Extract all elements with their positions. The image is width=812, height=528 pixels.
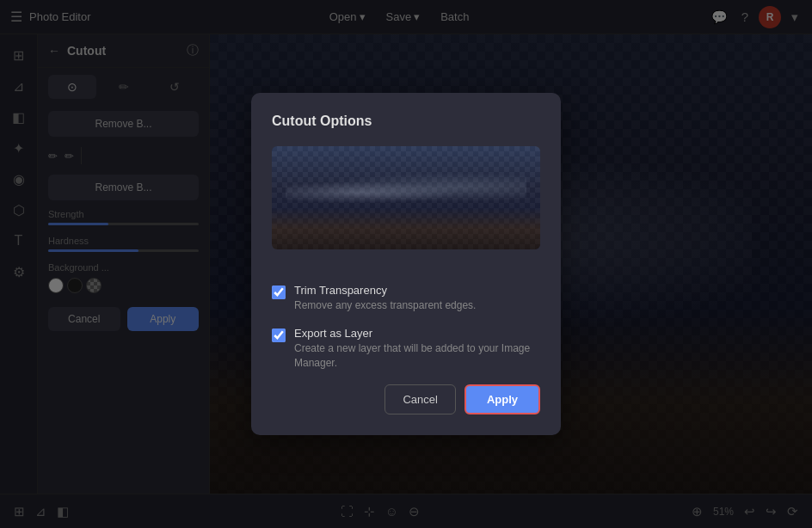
trim-transparency-desc: Remove any excess transparent edges. xyxy=(294,298,476,313)
export-as-layer-checkbox[interactable] xyxy=(272,328,286,342)
export-as-layer-title: Export as Layer xyxy=(294,327,540,340)
modal-overlay: Cutout Options Trim Transparency Remove … xyxy=(0,0,812,528)
trim-transparency-checkbox[interactable] xyxy=(272,285,286,299)
modal-thumbnail xyxy=(272,146,540,249)
modal-cancel-button[interactable]: Cancel xyxy=(384,384,455,414)
modal-title: Cutout Options xyxy=(272,114,540,129)
modal-apply-button[interactable]: Apply xyxy=(464,384,540,414)
export-as-layer-option: Export as Layer Create a new layer that … xyxy=(272,327,540,371)
trim-transparency-title: Trim Transparency xyxy=(294,284,476,297)
cutout-options-modal: Cutout Options Trim Transparency Remove … xyxy=(251,93,561,434)
export-as-layer-desc: Create a new layer that will be added to… xyxy=(294,341,540,371)
trim-transparency-option: Trim Transparency Remove any excess tran… xyxy=(272,284,540,313)
thumb-clouds xyxy=(286,167,527,218)
modal-actions: Cancel Apply xyxy=(272,384,540,414)
